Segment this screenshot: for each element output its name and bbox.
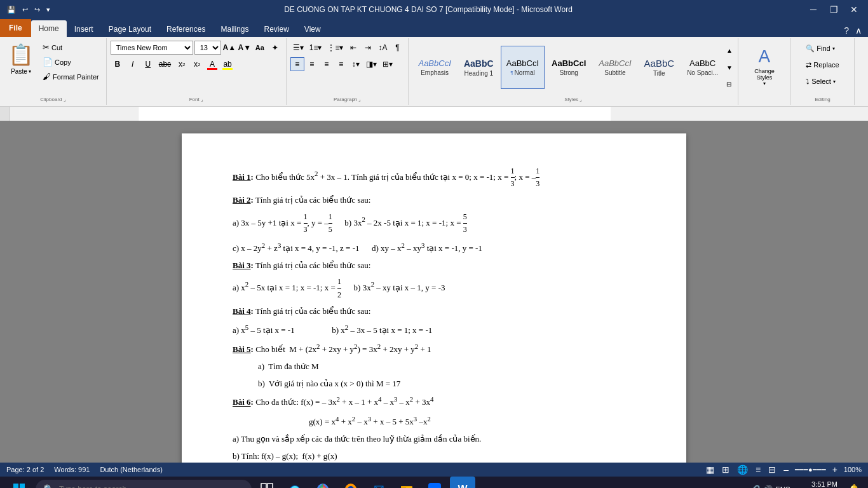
increase-indent-button[interactable]: ⇥ xyxy=(361,41,375,55)
change-styles-button[interactable]: A ChangeStyles ▾ xyxy=(742,41,787,92)
change-case-button[interactable]: Aa xyxy=(253,41,267,55)
save-icon[interactable]: 💾 xyxy=(5,4,18,15)
tab-insert[interactable]: Insert xyxy=(67,22,101,37)
volume-icon[interactable]: 🔊 xyxy=(763,485,773,489)
highlight-color-button[interactable]: ab xyxy=(220,57,234,71)
network-icon[interactable]: 🔗 xyxy=(750,485,760,489)
quick-access-toolbar[interactable]: 💾 ↩ ↪ ▾ xyxy=(5,4,52,15)
minimize-button[interactable]: ─ xyxy=(804,3,822,16)
tab-view[interactable]: View xyxy=(297,22,329,37)
find-button[interactable]: 🔍 Find ▾ xyxy=(801,41,839,56)
word-icon[interactable]: W xyxy=(450,477,475,488)
decrease-font-size-button[interactable]: A▼ xyxy=(238,41,252,55)
style-heading1[interactable]: AaBbC Heading 1 xyxy=(458,46,499,89)
style-strong[interactable]: AaBbCcI Strong xyxy=(546,46,592,89)
undo-icon[interactable]: ↩ xyxy=(20,4,30,15)
style-emphasis[interactable]: AaBbCcI Emphasis xyxy=(412,46,456,89)
shading-button[interactable]: ◨▾ xyxy=(363,57,379,71)
italic-button[interactable]: I xyxy=(126,57,140,71)
styles-expand-icon[interactable]: ⌟ xyxy=(580,97,582,102)
numbering-button[interactable]: 1≡▾ xyxy=(307,41,325,55)
taskbar-search-box[interactable]: 🔍 xyxy=(36,480,252,488)
tab-home[interactable]: Home xyxy=(31,20,67,37)
align-right-button[interactable]: ≡ xyxy=(320,57,334,71)
language[interactable]: Dutch (Netherlands) xyxy=(100,466,162,473)
bold-button[interactable]: B xyxy=(111,57,125,71)
zalo-icon[interactable]: Zalo xyxy=(422,477,447,488)
style-no-spacing[interactable]: AaBbC No Spaci... xyxy=(681,46,724,89)
redo-icon[interactable]: ↪ xyxy=(32,4,42,15)
web-layout-view-icon[interactable]: 🌐 xyxy=(736,464,749,475)
paste-button[interactable]: 📋 Paste ▾ xyxy=(4,41,38,77)
zoom-level[interactable]: 100% xyxy=(844,466,862,473)
draft-view-icon[interactable]: ⊟ xyxy=(767,464,777,475)
font-size-select[interactable]: 13 xyxy=(194,41,221,55)
print-layout-view-icon[interactable]: ▦ xyxy=(705,464,715,475)
subscript-button[interactable]: x2 xyxy=(175,57,189,71)
tab-page-layout[interactable]: Page Layout xyxy=(101,22,159,37)
full-screen-view-icon[interactable]: ⊞ xyxy=(721,464,731,475)
select-button[interactable]: ⤵ Select ▾ xyxy=(801,74,840,89)
clear-formatting-button[interactable]: ✦ xyxy=(268,41,282,55)
close-button[interactable]: ✕ xyxy=(845,3,863,16)
format-painter-button[interactable]: 🖌 Format Painter xyxy=(39,70,102,83)
font-name-select[interactable]: Times New Rom xyxy=(111,41,193,55)
styles-scroll-up[interactable]: ▲ xyxy=(725,46,734,55)
style-title[interactable]: AaBbC Title xyxy=(639,46,681,89)
align-center-button[interactable]: ≡ xyxy=(305,57,319,71)
firefox-icon[interactable] xyxy=(338,477,363,488)
find-dropdown-icon[interactable]: ▾ xyxy=(832,46,835,51)
select-dropdown-icon[interactable]: ▾ xyxy=(833,79,836,85)
superscript-button[interactable]: x2 xyxy=(190,57,204,71)
styles-scroll-down[interactable]: ▼ xyxy=(725,63,734,72)
language-indicator[interactable]: ENG xyxy=(775,485,790,488)
customize-icon[interactable]: ▾ xyxy=(44,4,52,15)
styles-expand-button[interactable]: ⊟ xyxy=(725,79,734,89)
zoom-out-icon[interactable]: – xyxy=(782,464,790,475)
align-left-button[interactable]: ≡ xyxy=(290,57,304,71)
decrease-indent-button[interactable]: ⇤ xyxy=(346,41,360,55)
tab-references[interactable]: References xyxy=(159,22,213,37)
tab-review[interactable]: Review xyxy=(256,22,296,37)
style-normal[interactable]: AaBbCcI ¶ Normal xyxy=(501,46,545,89)
document-area[interactable]: Bài 1: Cho biểu thức 5x2 + 3x – 1. Tính … xyxy=(0,121,868,463)
line-spacing-button[interactable]: ↕▾ xyxy=(349,57,363,71)
window-controls[interactable]: ─ ❐ ✕ xyxy=(804,3,863,16)
bullets-button[interactable]: ☰▾ xyxy=(290,41,306,55)
mail-icon[interactable]: ✉ xyxy=(366,477,391,488)
clock[interactable]: 3:51 PM 7/4/2021 xyxy=(805,480,843,488)
paste-dropdown-icon[interactable]: ▾ xyxy=(29,69,31,74)
chrome-icon[interactable] xyxy=(310,477,336,488)
tab-file[interactable]: File xyxy=(0,19,31,37)
zoom-slider[interactable]: ━━━●━━━ xyxy=(795,466,826,474)
task-view-button[interactable] xyxy=(254,477,280,488)
clipboard-expand-icon[interactable]: ⌟ xyxy=(64,97,66,102)
taskbar-search-input[interactable] xyxy=(59,485,237,488)
justify-button[interactable]: ≡ xyxy=(334,57,348,71)
strikethrough-button[interactable]: abc xyxy=(156,57,173,71)
restore-button[interactable]: ❐ xyxy=(825,3,843,16)
sort-button[interactable]: ↕A xyxy=(376,41,390,55)
font-expand-icon[interactable]: ⌟ xyxy=(201,97,203,102)
edge-icon[interactable] xyxy=(282,477,308,488)
tab-mailings[interactable]: Mailings xyxy=(213,22,256,37)
multilevel-list-button[interactable]: ⋮≡▾ xyxy=(325,41,346,55)
zoom-in-icon[interactable]: + xyxy=(831,464,839,475)
paragraph-expand-icon[interactable]: ⌟ xyxy=(358,97,361,102)
style-subtitle[interactable]: AaBbCcI Subtitle xyxy=(593,46,637,89)
outline-view-icon[interactable]: ≡ xyxy=(754,464,762,475)
cut-button[interactable]: ✂ Cut xyxy=(39,41,102,54)
borders-button[interactable]: ⊞▾ xyxy=(380,57,395,71)
show-formatting-button[interactable]: ¶ xyxy=(390,41,404,55)
chevron-up-icon[interactable]: ∧ xyxy=(793,486,797,489)
underline-button[interactable]: U xyxy=(141,57,155,71)
copy-button[interactable]: 📄 Copy xyxy=(39,55,102,69)
collapse-ribbon-icon[interactable]: ∧ xyxy=(854,24,863,37)
text-color-button[interactable]: A xyxy=(205,57,219,71)
notification-icon[interactable]: 🔔 xyxy=(845,481,863,489)
replace-button[interactable]: ⇄ Replace xyxy=(801,57,843,72)
file-explorer-icon[interactable] xyxy=(394,477,419,488)
help-icon[interactable]: ? xyxy=(843,24,850,37)
start-button[interactable] xyxy=(5,477,33,488)
increase-font-size-button[interactable]: A▲ xyxy=(222,41,236,55)
